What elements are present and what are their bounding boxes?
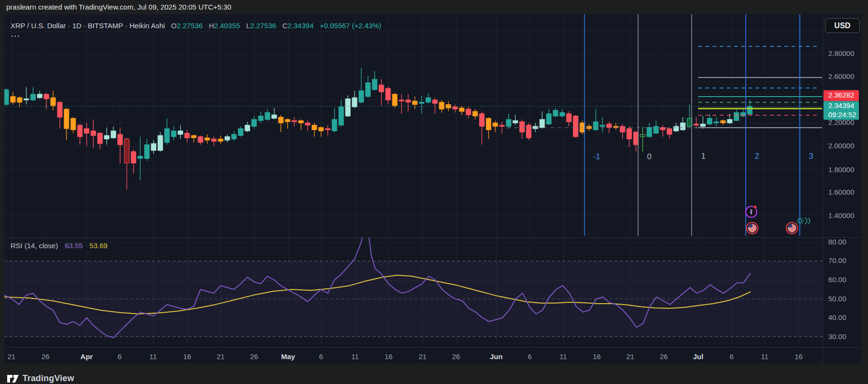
time-axis-label: Jun <box>490 352 503 361</box>
candle <box>526 123 531 140</box>
candle <box>392 93 397 108</box>
rsi-axis-label: 50.00 <box>828 295 846 303</box>
candle <box>4 88 9 106</box>
time-axis-label: 16 <box>795 352 803 361</box>
time-axis-label: 26 <box>42 352 50 361</box>
time-axis-label: Jul <box>693 352 703 361</box>
us-flag-event-icon[interactable] <box>746 222 758 234</box>
rsi-band <box>4 261 823 337</box>
price-axis-label: 1.60000 <box>828 188 854 196</box>
symbol-legend[interactable]: XRP / U.S. Dollar · 1D · BITSTAMP · Heik… <box>11 22 381 30</box>
tradingview-logo-icon <box>7 373 19 384</box>
zone-label: 3 <box>809 152 813 161</box>
change-value: +0.05567 (+2.43%) <box>320 22 381 30</box>
time-axis-label: 6 <box>118 352 122 361</box>
rsi-axis-label: 40.00 <box>828 313 846 321</box>
us-flag-event-icon[interactable] <box>786 222 798 234</box>
time-axis-label: 26 <box>452 352 460 361</box>
bar-close-countdown: 09:24:52 <box>828 110 856 119</box>
time-axis-label: 16 <box>385 352 393 361</box>
time-axis-label: 21 <box>626 352 634 361</box>
price-axis-label: 1.40000 <box>828 211 854 219</box>
time-axis-label: 11 <box>559 352 567 361</box>
tradingview-logo[interactable]: TradingView <box>7 373 74 384</box>
time-axis-label: 6 <box>730 352 734 361</box>
flash-event-icon[interactable] <box>746 206 757 218</box>
time-axis-label: 26 <box>660 352 668 361</box>
rsi-axis-label: 80.00 <box>828 238 846 246</box>
time-axis-label: 16 <box>183 352 191 361</box>
price-axis-label: 2.80000 <box>828 49 854 57</box>
time-axis-label: 26 <box>250 352 258 361</box>
time-axis-label: 21 <box>8 352 16 361</box>
chart-canvas[interactable]: -101232.800002.600002.200002.000001.8000… <box>0 0 868 384</box>
price-badge: 2.36282 <box>823 90 859 101</box>
rsi-axis-label: 60.00 <box>828 275 846 284</box>
zone-label: -1 <box>593 152 600 161</box>
time-axis-label: 11 <box>761 352 768 361</box>
currency-toggle-button[interactable]: USD <box>825 18 860 33</box>
symbol-title[interactable]: XRP / U.S. Dollar · 1D · BITSTAMP · Heik… <box>11 22 165 30</box>
zone-label: 0 <box>647 152 651 161</box>
rsi-ma-value: 53.69 <box>89 241 108 250</box>
rsi-axis-label: 70.00 <box>828 256 846 264</box>
time-axis-label: May <box>281 352 295 361</box>
zone-label: 2 <box>755 152 759 161</box>
tradingview-widget: { "attribution": {"text": "praslearn cre… <box>0 0 868 384</box>
svg-text:2.34394: 2.34394 <box>828 101 854 110</box>
rsi-legend[interactable]: RSI (14, close) 63.55 53.69 <box>11 241 108 250</box>
rsi-title: RSI (14, close) <box>11 241 58 250</box>
ohlc-O: O2.27536 <box>171 22 203 30</box>
time-axis-label: 11 <box>149 352 157 361</box>
time-axis-label: 21 <box>217 352 225 361</box>
zone-label: 1 <box>701 152 705 161</box>
svg-text:2.36282: 2.36282 <box>828 91 854 99</box>
time-axis-label: Apr <box>80 352 93 361</box>
price-axis-label: 2.60000 <box>828 72 854 80</box>
time-axis-label: 16 <box>593 352 601 361</box>
rsi-value: 63.55 <box>65 241 83 250</box>
price-axis-label: 2.00000 <box>828 142 854 150</box>
price-badge: 2.3439409:24:52 <box>823 101 859 120</box>
rsi-axis-label: 30.00 <box>828 332 846 340</box>
ohlc-H: H2.40355 <box>209 22 240 30</box>
time-axis-label: 21 <box>419 352 427 361</box>
legend-more-ellipsis[interactable]: ... <box>11 30 20 39</box>
ohlc-C: C2.34394 <box>282 22 313 30</box>
time-axis-label: 11 <box>351 352 359 361</box>
price-axis-label: 1.80000 <box>828 165 854 174</box>
ohlc-L: L2.27536 <box>246 22 277 30</box>
candle <box>573 115 578 138</box>
time-axis-label: 6 <box>528 352 532 361</box>
time-axis-label: 6 <box>319 352 323 361</box>
tradingview-logo-text: TradingView <box>22 373 74 384</box>
